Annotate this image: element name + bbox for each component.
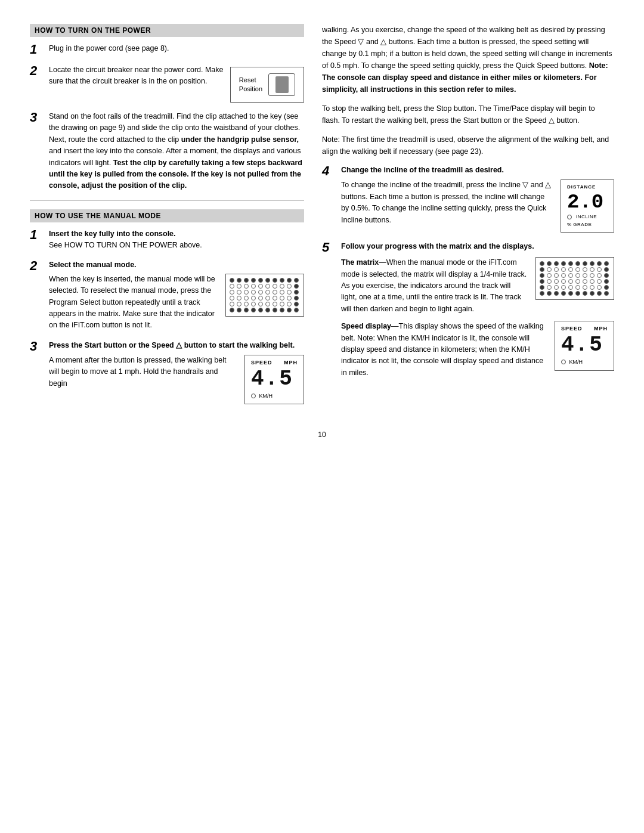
matrix-display-small: [225, 274, 304, 317]
manual-step-2-number: 2: [30, 259, 43, 272]
manual-step-1-bold: Insert the key fully into the console.: [49, 230, 176, 238]
grade-label: % GRADE: [567, 221, 608, 228]
reset-icon: [268, 73, 295, 96]
right-step-5-bold: Follow your progress with the matrix and…: [341, 242, 534, 250]
manual-step-2-content: Select the manual mode. When the key is …: [49, 259, 304, 331]
right-step-4-content: Change the incline of the treadmill as d…: [341, 165, 614, 233]
section1-header: HOW TO TURN ON THE POWER: [30, 24, 304, 37]
left-column: HOW TO TURN ON THE POWER 1 Plug in the p…: [30, 24, 304, 413]
matrix-grid-right: [540, 261, 610, 296]
step-3-block: 3 Stand on the foot rails of the treadmi…: [30, 111, 304, 192]
distance-label: DISTANCE: [567, 184, 608, 191]
matrix-display-right: [535, 257, 614, 300]
step-2-content: Locate the circuit breaker near the powe…: [49, 64, 304, 103]
incline-display: DISTANCE 2.0 INCLINE % GRADE: [561, 179, 614, 233]
step-2-text: Locate the circuit breaker near the powe…: [49, 64, 224, 88]
right-text-1: walking. As you exercise, change the spe…: [322, 24, 614, 95]
incline-value: 2.0: [567, 191, 608, 213]
speed-label-right: SPEED: [561, 325, 583, 333]
speed-display-bold: Speed display: [341, 322, 391, 330]
section-divider: [30, 200, 304, 201]
step-3-content: Stand on the foot rails of the treadmill…: [49, 111, 304, 192]
reset-position-box: ResetPosition: [230, 64, 304, 103]
right-step-5-block: 5 Follow your progress with the matrix a…: [322, 241, 614, 379]
matrix-text-block: The matrix—When the manual mode or the i…: [341, 257, 527, 315]
page-number: 10: [30, 431, 614, 439]
speed-unit-left: MPH: [284, 359, 298, 367]
section2-header: HOW TO USE THE MANUAL MODE: [30, 209, 304, 222]
step4-image-block: To change the incline of the treadmill, …: [341, 179, 614, 233]
incline-label-text: INCLINE: [576, 213, 597, 221]
step-2-number: 2: [30, 64, 43, 78]
manual-step-1-block: 1 Insert the key fully into the console.…: [30, 228, 304, 252]
manual-step-2-block: 2 Select the manual mode. When the key i…: [30, 259, 304, 331]
step-1-block: 1 Plug in the power cord (see page 8).: [30, 43, 304, 56]
speed-unit-right: MPH: [594, 325, 608, 333]
manual-step-1-number: 1: [30, 228, 43, 241]
right-column: walking. As you exercise, change the spe…: [322, 24, 614, 413]
step-3-number: 3: [30, 111, 43, 124]
manual-step-3-image-block: A moment after the button is pressed, th…: [49, 355, 304, 404]
manual-step-2-image-block: When the key is inserted, the manual mod…: [49, 274, 304, 332]
manual-step-1-content: Insert the key fully into the console. S…: [49, 228, 304, 252]
kmh-indicator-right: [561, 360, 566, 364]
right-text-2: To stop the walking belt, press the Stop…: [322, 103, 614, 126]
speed-label-left: SPEED: [251, 359, 273, 367]
matrix-grid: [230, 278, 300, 312]
right-step-4-number: 4: [322, 165, 335, 178]
right-text-3: Note: The first time the treadmill is us…: [322, 134, 614, 157]
right-step-4-bold: Change the incline of the treadmill as d…: [341, 166, 504, 174]
manual-step-2-bold: Select the manual mode.: [49, 261, 137, 269]
manual-step-3-text: A moment after the button is pressed, th…: [49, 355, 236, 389]
speed-value-left: 4.5: [251, 367, 298, 391]
step-1-content: Plug in the power cord (see page 8).: [49, 43, 304, 54]
matrix-text-bold: The matrix: [341, 258, 379, 267]
manual-step-3-bold: Press the Start button or the Speed △ bu…: [49, 341, 295, 349]
kmh-indicator-left: [251, 394, 256, 398]
speed-display-right: SPEED MPH 4.5 KM/H: [555, 321, 614, 370]
right-step-5-content: Follow your progress with the matrix and…: [341, 241, 614, 379]
reset-position-label: ResetPosition: [239, 76, 262, 94]
manual-step-3-content: Press the Start button or the Speed △ bu…: [49, 340, 304, 405]
step4-text: To change the incline of the treadmill, …: [341, 179, 552, 226]
kmh-label-right: KM/H: [569, 359, 583, 365]
speed-display-text-block: Speed display—This display shows the spe…: [341, 321, 546, 379]
manual-step-1-text: See HOW TO TURN ON THE POWER above.: [49, 241, 202, 249]
matrix-section: The matrix—When the manual mode or the i…: [341, 257, 614, 315]
right-step-4-block: 4 Change the incline of the treadmill as…: [322, 165, 614, 233]
speed-display-left: SPEED MPH 4.5 KM/H: [244, 355, 304, 404]
step-1-number: 1: [30, 43, 43, 56]
kmh-label-left: KM/H: [259, 393, 273, 399]
manual-step-2-text: When the key is inserted, the manual mod…: [49, 274, 217, 332]
manual-step-3-number: 3: [30, 340, 43, 353]
speed-display-section: Speed display—This display shows the spe…: [341, 321, 614, 379]
incline-indicator: [567, 215, 572, 219]
manual-step-3-block: 3 Press the Start button or the Speed △ …: [30, 340, 304, 405]
right-step-5-number: 5: [322, 241, 335, 254]
step-2-block: 2 Locate the circuit breaker near the po…: [30, 64, 304, 103]
speed-value-right: 4.5: [561, 333, 608, 357]
